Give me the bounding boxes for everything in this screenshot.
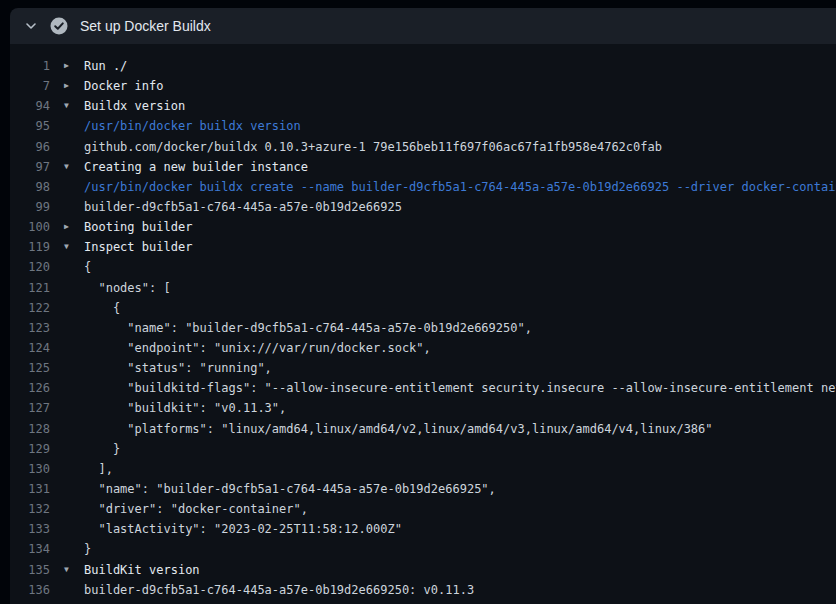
log-area: 1▶Run ./7▶Docker info94▼Buildx version95… [10, 44, 836, 604]
group-collapsed-triangle-icon: ▶ [64, 217, 84, 237]
line-number[interactable]: 131 [10, 479, 50, 499]
chevron-down-icon[interactable] [20, 15, 42, 37]
log-text: "platforms": "linux/amd64,linux/amd64/v2… [84, 419, 713, 439]
line-number[interactable]: 130 [10, 459, 50, 479]
log-text: "nodes": [ [84, 278, 171, 298]
log-text: builder-d9cfb5a1-c764-445a-a57e-0b19d2e6… [84, 197, 402, 217]
step-header[interactable]: Set up Docker Buildx [10, 8, 836, 44]
log-text: { [84, 298, 120, 318]
log-text: "name": "builder-d9cfb5a1-c764-445a-a57e… [84, 318, 532, 338]
log-row: 121 "nodes": [ [10, 278, 836, 298]
log-text: } [84, 539, 91, 559]
line-number[interactable]: 97 [10, 157, 50, 177]
log-text: "lastActivity": "2023-02-25T11:58:12.000… [84, 519, 402, 539]
log-row: 98/usr/bin/docker buildx create --name b… [10, 177, 836, 197]
line-number[interactable]: 126 [10, 378, 50, 398]
log-row: 123 "name": "builder-d9cfb5a1-c764-445a-… [10, 318, 836, 338]
log-text: /usr/bin/docker buildx create --name bui… [84, 177, 836, 197]
line-number[interactable]: 124 [10, 338, 50, 358]
log-text: Buildx version [84, 96, 185, 116]
line-number[interactable]: 1 [10, 56, 50, 76]
line-number[interactable]: 136 [10, 580, 50, 600]
log-text: Run ./ [84, 56, 127, 76]
log-text: "buildkit": "v0.11.3", [84, 398, 286, 418]
line-number[interactable]: 122 [10, 298, 50, 318]
log-row: 99builder-d9cfb5a1-c764-445a-a57e-0b19d2… [10, 197, 836, 217]
log-group-row[interactable]: 100▶Booting builder [10, 217, 836, 237]
step-title: Set up Docker Buildx [80, 18, 211, 34]
log-row: 126 "buildkitd-flags": "--allow-insecure… [10, 378, 836, 398]
log-text: Inspect builder [84, 237, 192, 257]
group-collapsed-triangle-icon: ▶ [64, 76, 84, 96]
line-number[interactable]: 94 [10, 96, 50, 116]
log-text: "name": "builder-d9cfb5a1-c764-445a-a57e… [84, 479, 496, 499]
line-number[interactable]: 95 [10, 116, 50, 136]
log-text: "buildkitd-flags": "--allow-insecure-ent… [84, 378, 836, 398]
group-collapsed-triangle-icon: ▶ [64, 56, 84, 76]
log-text: /usr/bin/docker buildx version [84, 116, 301, 136]
group-expanded-triangle-icon: ▼ [64, 96, 84, 116]
step-log-card: Set up Docker Buildx 1▶Run ./7▶Docker in… [10, 8, 836, 604]
line-number[interactable]: 129 [10, 439, 50, 459]
log-row: 127 "buildkit": "v0.11.3", [10, 398, 836, 418]
log-row: 128 "platforms": "linux/amd64,linux/amd6… [10, 419, 836, 439]
log-row: 129 } [10, 439, 836, 459]
log-group-row[interactable]: 135▼BuildKit version [10, 560, 836, 580]
log-row: 95/usr/bin/docker buildx version [10, 116, 836, 136]
line-number[interactable]: 7 [10, 76, 50, 96]
line-number[interactable]: 120 [10, 257, 50, 277]
log-group-row[interactable]: 94▼Buildx version [10, 96, 836, 116]
log-row: 133 "lastActivity": "2023-02-25T11:58:12… [10, 519, 836, 539]
line-number[interactable]: 127 [10, 398, 50, 418]
line-number[interactable]: 125 [10, 358, 50, 378]
log-text: builder-d9cfb5a1-c764-445a-a57e-0b19d2e6… [84, 580, 474, 600]
log-text: "status": "running", [84, 358, 272, 378]
log-text: "driver": "docker-container", [84, 499, 308, 519]
line-number[interactable]: 98 [10, 177, 50, 197]
line-number[interactable]: 123 [10, 318, 50, 338]
log-group-row[interactable]: 119▼Inspect builder [10, 237, 836, 257]
group-expanded-triangle-icon: ▼ [64, 157, 84, 177]
log-text: BuildKit version [84, 560, 200, 580]
log-row: 132 "driver": "docker-container", [10, 499, 836, 519]
log-row: 122 { [10, 298, 836, 318]
line-number[interactable]: 135 [10, 560, 50, 580]
log-text: { [84, 257, 91, 277]
log-row: 124 "endpoint": "unix:///var/run/docker.… [10, 338, 836, 358]
line-number[interactable]: 121 [10, 278, 50, 298]
log-group-row[interactable]: 97▼Creating a new builder instance [10, 157, 836, 177]
log-group-row[interactable]: 7▶Docker info [10, 76, 836, 96]
log-text: ], [84, 459, 113, 479]
chevron-down-icon [25, 20, 37, 32]
line-number[interactable]: 134 [10, 539, 50, 559]
line-number[interactable]: 132 [10, 499, 50, 519]
group-expanded-triangle-icon: ▼ [64, 237, 84, 257]
log-row: 96github.com/docker/buildx 0.10.3+azure-… [10, 137, 836, 157]
log-text: Docker info [84, 76, 163, 96]
line-number[interactable]: 119 [10, 237, 50, 257]
check-circle-icon [50, 17, 68, 35]
group-expanded-triangle-icon: ▼ [64, 560, 84, 580]
log-text: Creating a new builder instance [84, 157, 308, 177]
line-number[interactable]: 99 [10, 197, 50, 217]
line-number[interactable]: 128 [10, 419, 50, 439]
log-row: 120{ [10, 257, 836, 277]
line-number[interactable]: 100 [10, 217, 50, 237]
log-text: "endpoint": "unix:///var/run/docker.sock… [84, 338, 431, 358]
log-row: 125 "status": "running", [10, 358, 836, 378]
log-row: 134} [10, 539, 836, 559]
log-group-row[interactable]: 1▶Run ./ [10, 56, 836, 76]
log-row: 131 "name": "builder-d9cfb5a1-c764-445a-… [10, 479, 836, 499]
line-number[interactable]: 96 [10, 137, 50, 157]
line-number[interactable]: 133 [10, 519, 50, 539]
log-text: } [84, 439, 120, 459]
log-rows: 1▶Run ./7▶Docker info94▼Buildx version95… [10, 56, 836, 600]
log-text: github.com/docker/buildx 0.10.3+azure-1 … [84, 137, 662, 157]
log-row: 136builder-d9cfb5a1-c764-445a-a57e-0b19d… [10, 580, 836, 600]
log-row: 130 ], [10, 459, 836, 479]
log-text: Booting builder [84, 217, 192, 237]
